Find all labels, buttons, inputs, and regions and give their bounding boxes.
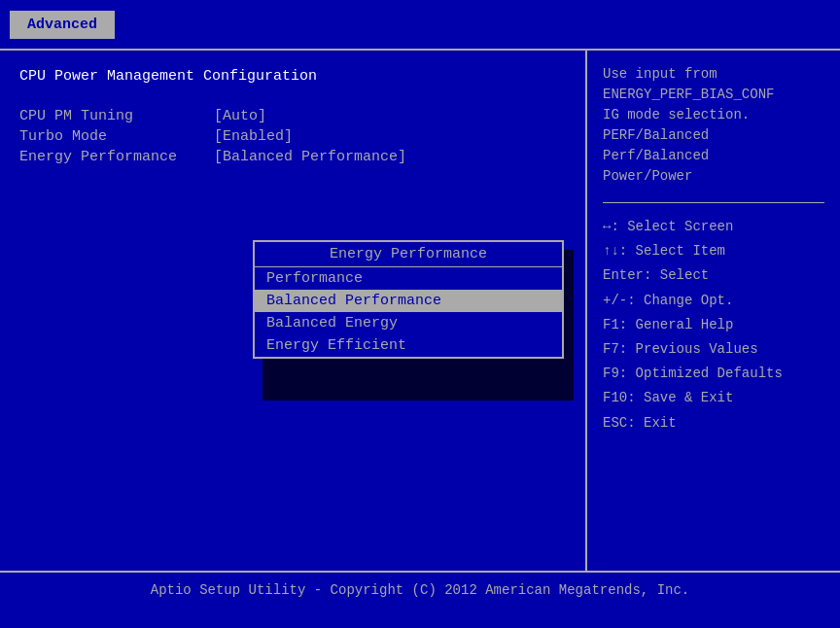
dropdown-title: Energy Performance [255,242,562,267]
left-panel: CPU Power Management Configuration CPU P… [0,51,587,571]
key-hint-f7: F7: Previous Values [603,337,824,362]
top-bar: Advanced [0,0,840,51]
help-line-2: ENERGY_PERF_BIAS_CONF [603,85,824,105]
key-hint-change-opt: +/-: Change Opt. [603,289,824,313]
footer-text: Aptio Setup Utility - Copyright (C) 2012… [151,582,690,598]
config-label-energy: Energy Performance [19,149,214,165]
footer: Aptio Setup Utility - Copyright (C) 2012… [0,571,840,608]
key-hints: ↔: Select Screen ↑↓: Select Item Enter: … [603,215,824,436]
dropdown-item-balanced-performance[interactable]: Balanced Performance [255,290,562,312]
config-label-turbo: Turbo Mode [19,128,214,145]
right-panel: Use input from ENERGY_PERF_BIAS_CONF IG … [587,51,840,571]
config-value-cpu-pm: [Auto] [214,108,266,124]
help-line-5: Perf/Balanced [603,146,824,166]
help-line-6: Power/Power [603,166,824,187]
key-hint-f10: F10: Save & Exit [603,386,824,410]
key-hint-esc: ESC: Exit [603,411,824,436]
config-row-cpu-pm: CPU PM Tuning [Auto] [19,108,566,124]
dropdown-item-performance[interactable]: Performance [255,267,562,290]
config-row-turbo: Turbo Mode [Enabled] [19,128,566,145]
key-hint-select-item: ↑↓: Select Item [603,239,824,263]
help-line-1: Use input from [603,64,824,85]
section-title: CPU Power Management Configuration [19,68,566,85]
divider [603,202,824,203]
config-value-turbo: [Enabled] [214,128,293,145]
config-value-energy: [Balanced Performance] [214,149,406,165]
dropdown-item-balanced-energy[interactable]: Balanced Energy [255,312,562,334]
help-text: Use input from ENERGY_PERF_BIAS_CONF IG … [603,64,824,187]
dropdown-popup[interactable]: Energy Performance Performance Balanced … [253,240,564,359]
key-hint-f1: F1: General Help [603,313,824,337]
config-label-cpu-pm: CPU PM Tuning [19,108,214,124]
key-hint-enter: Enter: Select [603,263,824,288]
dropdown-item-energy-efficient[interactable]: Energy Efficient [255,334,562,357]
main-content: CPU Power Management Configuration CPU P… [0,51,840,571]
config-row-energy: Energy Performance [Balanced Performance… [19,149,566,165]
advanced-tab[interactable]: Advanced [10,11,115,39]
help-line-4: PERF/Balanced [603,125,824,146]
key-hint-select-screen: ↔: Select Screen [603,215,824,239]
help-line-3: IG mode selection. [603,105,824,125]
key-hint-f9: F9: Optimized Defaults [603,362,824,386]
